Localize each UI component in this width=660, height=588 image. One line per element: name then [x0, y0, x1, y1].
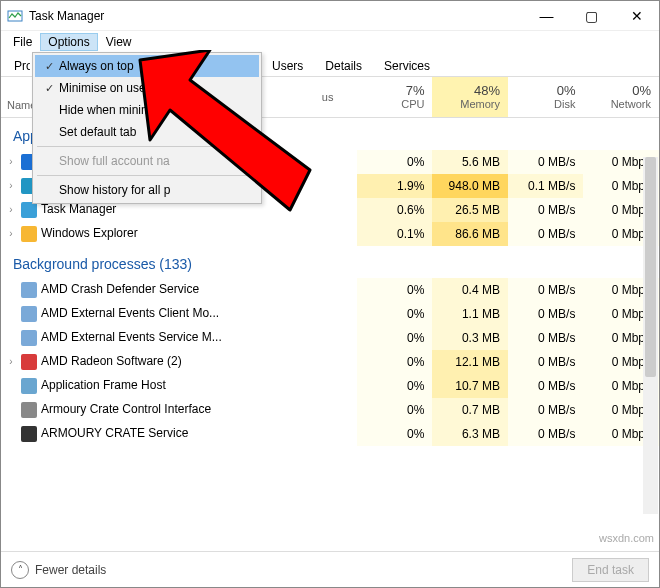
tab-details[interactable]: Details [314, 55, 373, 76]
tab-services[interactable]: Services [373, 55, 441, 76]
col-memory[interactable]: 48%Memory [432, 77, 508, 117]
cell-disk: 0 MB/s [508, 374, 584, 398]
cell-mem: 10.7 MB [432, 374, 508, 398]
cell-cpu: 0% [357, 422, 433, 446]
expand-icon[interactable]: › [5, 180, 17, 191]
dd-set-default-tab[interactable]: Set default tab ▶ [35, 121, 259, 143]
minimize-button[interactable]: — [524, 1, 569, 31]
cell-disk: 0 MB/s [508, 302, 584, 326]
col-status[interactable]: us [314, 77, 357, 117]
process-icon [21, 378, 37, 394]
cell-mem: 1.1 MB [432, 302, 508, 326]
dd-show-full-account: Show full account na [35, 150, 259, 172]
cell-cpu: 0% [357, 326, 433, 350]
check-icon: ✓ [39, 82, 59, 95]
cell-mem: 26.5 MB [432, 198, 508, 222]
check-icon: ✓ [39, 60, 59, 73]
process-name: AMD External Events Service M... [41, 330, 222, 344]
close-button[interactable]: ✕ [614, 1, 659, 31]
footer: ˄ Fewer details End task [1, 551, 659, 587]
cell-disk: 0 MB/s [508, 326, 584, 350]
cell-cpu: 0.6% [357, 198, 433, 222]
cell-disk: 0 MB/s [508, 198, 584, 222]
scrollbar-thumb[interactable] [645, 157, 656, 377]
menu-file[interactable]: File [5, 33, 40, 51]
menu-view[interactable]: View [98, 33, 140, 51]
dd-minimise-on-use[interactable]: ✓ Minimise on use [35, 77, 259, 99]
col-cpu[interactable]: 7%CPU [357, 77, 433, 117]
expand-icon[interactable]: › [5, 228, 17, 239]
process-row[interactable]: ›AMD Radeon Software (2)0%12.1 MB0 MB/s0… [1, 350, 659, 374]
expand-icon[interactable]: › [5, 204, 17, 215]
separator [37, 175, 257, 176]
watermark: wsxdn.com [599, 532, 654, 544]
maximize-button[interactable]: ▢ [569, 1, 614, 31]
group-background: Background processes (133) [1, 246, 659, 278]
process-row[interactable]: AMD External Events Client Mo...0%1.1 MB… [1, 302, 659, 326]
cell-mem: 948.0 MB [432, 174, 508, 198]
chevron-right-icon: ▶ [245, 127, 253, 138]
process-name: ARMOURY CRATE Service [41, 426, 188, 440]
tab-users[interactable]: Users [261, 55, 314, 76]
tab-processes[interactable]: Proc [3, 55, 31, 76]
process-icon [21, 282, 37, 298]
cell-mem: 5.6 MB [432, 150, 508, 174]
cell-mem: 0.4 MB [432, 278, 508, 302]
cell-mem: 12.1 MB [432, 350, 508, 374]
process-row[interactable]: AMD External Events Service M...0%0.3 MB… [1, 326, 659, 350]
process-row[interactable]: ARMOURY CRATE Service0%6.3 MB0 MB/s0 Mbp… [1, 422, 659, 446]
window-title: Task Manager [29, 9, 524, 23]
cell-disk: 0.1 MB/s [508, 174, 584, 198]
process-name: AMD Crash Defender Service [41, 282, 199, 296]
cell-cpu: 0.1% [357, 222, 433, 246]
dd-always-on-top[interactable]: ✓ Always on top [35, 55, 259, 77]
process-row[interactable]: AMD Crash Defender Service0%0.4 MB0 MB/s… [1, 278, 659, 302]
expand-icon[interactable]: › [5, 156, 17, 167]
process-icon [21, 402, 37, 418]
cell-disk: 0 MB/s [508, 222, 584, 246]
cell-cpu: 0% [357, 302, 433, 326]
process-icon [21, 306, 37, 322]
cell-mem: 0.7 MB [432, 398, 508, 422]
process-name: Application Frame Host [41, 378, 166, 392]
cell-cpu: 0% [357, 350, 433, 374]
process-row[interactable]: Application Frame Host0%10.7 MB0 MB/s0 M… [1, 374, 659, 398]
process-row[interactable]: Armoury Crate Control Interface0%0.7 MB0… [1, 398, 659, 422]
separator [37, 146, 257, 147]
cell-mem: 6.3 MB [432, 422, 508, 446]
cell-disk: 0 MB/s [508, 422, 584, 446]
cell-cpu: 0% [357, 150, 433, 174]
titlebar: Task Manager — ▢ ✕ [1, 1, 659, 31]
cell-cpu: 0% [357, 374, 433, 398]
scrollbar[interactable] [643, 157, 658, 514]
menubar: File Options View [1, 31, 659, 53]
window-controls: — ▢ ✕ [524, 1, 659, 31]
end-task-button[interactable]: End task [572, 558, 649, 582]
process-icon [21, 354, 37, 370]
cell-cpu: 1.9% [357, 174, 433, 198]
fewer-details-button[interactable]: ˄ Fewer details [11, 561, 106, 579]
menu-options[interactable]: Options [40, 33, 97, 51]
col-network[interactable]: 0%Network [583, 77, 659, 117]
process-name: Armoury Crate Control Interface [41, 402, 211, 416]
process-row[interactable]: ›Windows Explorer0.1%86.6 MB0 MB/s0 Mbps [1, 222, 659, 246]
process-icon [21, 226, 37, 242]
process-name: AMD External Events Client Mo... [41, 306, 219, 320]
cell-mem: 0.3 MB [432, 326, 508, 350]
process-name: Windows Explorer [41, 226, 138, 240]
fewer-details-label: Fewer details [35, 563, 106, 577]
app-icon [7, 8, 23, 24]
dd-show-history[interactable]: Show history for all p [35, 179, 259, 201]
cell-mem: 86.6 MB [432, 222, 508, 246]
cell-disk: 0 MB/s [508, 278, 584, 302]
cell-disk: 0 MB/s [508, 150, 584, 174]
process-name: AMD Radeon Software (2) [41, 354, 182, 368]
options-dropdown: ✓ Always on top ✓ Minimise on use Hide w… [32, 52, 262, 204]
col-disk[interactable]: 0%Disk [508, 77, 584, 117]
dd-hide-when-minimised[interactable]: Hide when minimi [35, 99, 259, 121]
cell-disk: 0 MB/s [508, 398, 584, 422]
process-icon [21, 330, 37, 346]
process-icon [21, 426, 37, 442]
cell-disk: 0 MB/s [508, 350, 584, 374]
expand-icon[interactable]: › [5, 356, 17, 367]
